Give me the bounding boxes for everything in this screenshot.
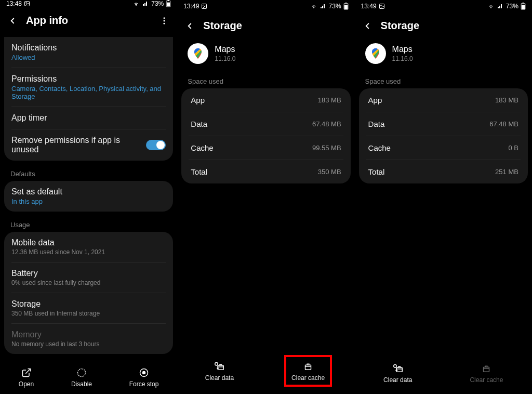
svg-rect-24 [522,3,524,4]
toggle-switch[interactable] [146,140,166,150]
chevron-left-icon [363,21,372,31]
battery-text: 73% [151,0,164,7]
battery-icon [343,3,349,10]
row-value: 251 MB [495,168,518,176]
row-key: Total [191,167,207,176]
more-button[interactable] [159,16,169,25]
row-battery[interactable]: Battery 0% used since last fully charged [11,262,166,293]
statusbar: 13:49 73% [177,0,354,12]
row-label: Remove permissions if app is unused [11,136,141,154]
image-icon [24,1,30,7]
wifi-icon [487,3,495,9]
row-sub: 12.36 MB used since Nov 1, 2021 [11,248,166,256]
section-defaults: Defaults [0,166,177,181]
row-permissions[interactable]: Permissions Camera, Contacts, Location, … [11,68,166,107]
clear-data-button[interactable]: Clear data [200,357,239,385]
battery-text: 73% [329,3,341,10]
status-time: 13:48 [6,0,22,7]
row-value: 183 MB [495,96,518,104]
clear-data-icon [392,362,404,374]
clear-data-icon [214,360,225,372]
clear-cache-icon [302,360,314,372]
header: App info [0,7,177,37]
card-space-used: App 183 MB Data 67.48 MB Cache 99.55 MB … [181,88,350,183]
svg-rect-20 [305,365,311,370]
maps-app-icon [188,43,208,64]
image-icon [201,3,207,9]
button-label: Force stop [129,380,159,388]
back-button[interactable] [362,21,373,31]
row-set-as-default[interactable]: Set as default In this app [11,181,166,212]
row-label: Permissions [11,74,166,84]
svg-point-11 [143,372,145,374]
signal-icon [142,1,149,7]
status-time: 13:49 [361,3,377,10]
row-value: 67.48 MB [312,120,341,128]
image-icon [379,3,385,9]
row-label: Mobile data [11,238,166,247]
app-version: 11.16.0 [392,55,413,62]
svg-rect-29 [484,367,489,372]
svg-point-7 [164,22,165,24]
button-label: Open [19,380,34,388]
clear-data-button[interactable]: Clear data [378,359,417,387]
svg-point-5 [164,17,165,19]
open-button[interactable]: Open [14,364,39,391]
svg-point-1 [26,3,27,4]
svg-rect-15 [345,3,347,4]
row-value: 183 MB [318,96,341,104]
card-usage: Mobile data 12.36 MB used since Nov 1, 2… [4,232,173,354]
row-notifications[interactable]: Notifications Allowed [11,37,166,68]
app-version: 11.16.0 [215,55,235,62]
button-label: Clear cache [470,376,503,384]
app-name: Maps [215,45,235,54]
card-defaults: Set as default In this app [4,181,173,212]
row-sub: 350 MB used in Internal storage [11,310,166,317]
back-button[interactable] [7,16,18,26]
disable-icon [76,367,87,378]
page-title: Storage [203,20,242,32]
app-header: Maps 11.16.0 [177,42,354,73]
svg-rect-27 [396,367,402,372]
back-button[interactable] [184,21,195,31]
header: Storage [177,12,354,42]
wifi-icon [132,1,140,7]
row-remove-permissions[interactable]: Remove permissions if app is unused [11,129,166,161]
clear-cache-button[interactable]: Clear cache [284,355,332,387]
bottom-bar: Clear data Clear cache [177,350,354,394]
chevron-left-icon [185,21,194,31]
row-sub: 0% used since last fully charged [11,279,166,286]
row-key: Total [368,167,385,176]
button-label: Disable [71,380,92,388]
force-stop-button[interactable]: Force stop [124,364,164,391]
row-label: App timer [11,113,166,123]
row-total-size: Total 251 MB [366,160,521,183]
svg-point-28 [394,365,397,368]
bottom-bar: Clear data Clear cache [355,354,532,394]
row-sub: Camera, Contacts, Location, Physical act… [11,85,166,100]
row-data-size: Data 67.48 MB [189,112,343,136]
row-key: Cache [191,143,213,152]
svg-point-13 [203,5,204,6]
statusbar: 13:49 73% [355,0,532,12]
battery-text: 73% [506,3,518,10]
svg-rect-4 [167,3,170,7]
row-cache-size: Cache 99.55 MB [189,136,343,160]
card-app-settings: Notifications Allowed Permissions Camera… [4,37,173,161]
page-title: App info [26,15,68,27]
row-app-timer[interactable]: App timer [11,107,166,129]
button-label: Clear cache [291,374,325,382]
row-key: App [191,96,205,104]
bottom-bar: Open Disable Force stop [0,359,177,394]
screen-storage-before: 13:49 73% Storage Maps 11.16.0 Space use… [177,0,354,394]
row-mobile-data[interactable]: Mobile data 12.36 MB used since Nov 1, 2… [11,232,166,262]
app-header: Maps 11.16.0 [355,42,532,73]
row-sub: No memory used in last 3 hours [11,340,166,348]
chevron-left-icon [8,16,17,25]
row-label: Notifications [11,43,166,52]
row-memory[interactable]: Memory No memory used in last 3 hours [11,323,166,354]
disable-button[interactable]: Disable [66,364,97,391]
row-app-size: App 183 MB [366,88,521,112]
signal-icon [320,3,327,9]
row-storage[interactable]: Storage 350 MB used in Internal storage [11,293,166,323]
